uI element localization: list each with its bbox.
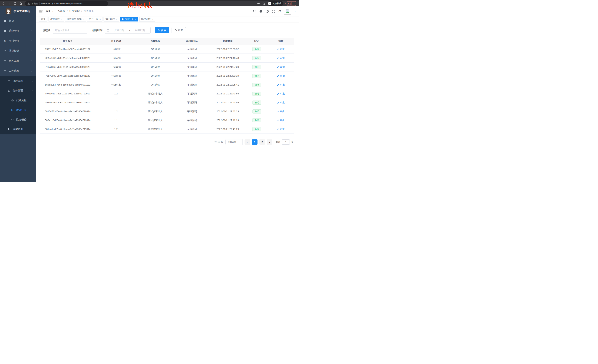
tab-my-process[interactable]: 我的流程×	[104, 17, 119, 22]
sidebar-item-payment[interactable]: ¥ 支付管理	[0, 36, 36, 46]
prev-page-button[interactable]: ‹	[245, 139, 250, 145]
sidebar-item-label: 工作流程	[9, 69, 19, 73]
help-icon[interactable]	[266, 10, 269, 13]
close-icon[interactable]: ×	[135, 18, 136, 20]
sidebar-item-process-management[interactable]: 流程管理	[0, 76, 36, 86]
sidebar-item-system[interactable]: 系统管理	[0, 26, 36, 36]
approve-link[interactable]: 审批	[277, 119, 285, 122]
app-logo-row[interactable]: 芋道管理系统	[0, 6, 36, 16]
breadcrumb-home[interactable]: 首页	[46, 9, 51, 13]
font-size-icon[interactable]: тT	[278, 10, 281, 13]
sidebar-item-todo-tasks[interactable]: 待办任务	[0, 105, 36, 115]
close-icon[interactable]: ×	[61, 18, 62, 20]
breadcrumb-workflow[interactable]: 工作流程	[55, 9, 65, 13]
sidebar: 芋道管理系统 首页 系统管理 ¥ 支付管理 基础设施 研发工具 工作	[0, 6, 36, 182]
tab-start-process[interactable]: 发起流程×	[49, 17, 64, 22]
approve-link[interactable]: 审批	[277, 83, 285, 87]
security-label[interactable]: 不安全	[32, 2, 38, 5]
sidebar-item-task-management[interactable]: 任务管理	[0, 86, 36, 96]
hamburger-icon[interactable]	[39, 9, 43, 13]
page-button-2[interactable]: 2	[259, 139, 265, 145]
chevron-down-icon	[31, 40, 33, 42]
table-row: 8f059c03-7ac8-11ec-a9e2-a2380e71991a1.1测…	[40, 98, 294, 107]
search-icon[interactable]	[253, 10, 256, 13]
process-name-input[interactable]	[53, 27, 87, 33]
close-icon[interactable]: ×	[152, 18, 153, 20]
sidebar-item-home[interactable]: 首页	[0, 16, 36, 26]
page-size-select[interactable]: 10条/页	[225, 139, 243, 145]
starter-cell: 芋道源码	[174, 92, 210, 95]
url-path[interactable]: /bpm/task/todo	[68, 2, 83, 5]
close-icon[interactable]: ×	[83, 18, 84, 20]
status-cell: 激活	[245, 92, 268, 96]
back-icon[interactable]	[2, 2, 5, 5]
reset-button-label: 重置	[178, 29, 183, 32]
next-page-button[interactable]: ›	[267, 139, 272, 145]
chevron-up-icon	[31, 70, 33, 72]
status-cell: 激活	[245, 65, 268, 69]
column-header: 状态	[245, 40, 268, 43]
sidebar-item-infra[interactable]: 基础设施	[0, 46, 36, 56]
main-content: 流程名 创建时间 开始日期 - 结束日期 搜索 重置 任务编号 任务名称	[36, 22, 299, 182]
reset-button[interactable]: 重置	[172, 27, 186, 33]
task-id-cell: 381aa1dd-7ac8-11ec-a9e2-a2380e71991a	[40, 128, 96, 130]
tab-process-detail[interactable]: 流程详情×	[139, 17, 155, 22]
approve-link[interactable]: 审批	[277, 57, 285, 60]
home-icon[interactable]	[19, 2, 22, 5]
sidebar-item-label: 支付管理	[9, 39, 19, 43]
table-row: 58154733-7ac8-11ec-a9e2-a2380e71991a1.2测…	[40, 107, 294, 116]
approve-link[interactable]: 审批	[277, 48, 285, 51]
task-id-cell: 8f059c03-7ac8-11ec-a9e2-a2380e71991a	[40, 101, 96, 104]
warning-icon[interactable]	[27, 2, 30, 5]
sidebar-item-devtools[interactable]: 研发工具	[0, 56, 36, 66]
caret-down-icon[interactable]: ▼	[294, 10, 296, 12]
breadcrumb-task-management[interactable]: 任务管理	[69, 9, 80, 13]
approve-link[interactable]: 审批	[277, 110, 285, 113]
key-icon[interactable]	[257, 2, 260, 5]
avatar[interactable]	[284, 8, 291, 15]
goto-label: 前往	[276, 140, 281, 144]
tab-todo-tasks[interactable]: 待办任务×	[120, 17, 138, 22]
action-cell: 审批	[268, 48, 294, 51]
page-button-1[interactable]: 1	[252, 139, 257, 145]
monitor-icon	[3, 49, 7, 52]
sidebar-item-done-tasks[interactable]: 已办任务	[0, 115, 36, 124]
action-cell: 审批	[268, 119, 294, 122]
date-range-picker[interactable]: 开始日期 - 结束日期	[105, 27, 151, 33]
column-header: 操作	[268, 40, 294, 43]
fullscreen-icon[interactable]	[272, 10, 275, 13]
approve-link[interactable]: 审批	[277, 101, 285, 104]
url-bar[interactable]: 不安全 dashboard.yudao.iocoder.cn/bpm/task/…	[25, 1, 108, 6]
active-dot	[122, 18, 124, 20]
reload-icon[interactable]	[13, 2, 17, 5]
close-icon[interactable]: ×	[100, 18, 100, 20]
browser-menu-icon[interactable]: ⋮	[293, 2, 295, 5]
sidebar-item-workflow[interactable]: 工作流程	[0, 66, 36, 76]
approve-link[interactable]: 审批	[277, 65, 285, 69]
status-badge: 激活	[252, 65, 261, 69]
task-id-cell: 725a1eb6-7b88-11ec-8ef0-acde48001122	[40, 65, 96, 68]
goto-page-input[interactable]	[282, 139, 290, 145]
starter-cell: 芋道源码	[174, 128, 210, 131]
forward-icon[interactable]	[8, 2, 11, 5]
star-icon[interactable]	[262, 2, 265, 5]
github-icon[interactable]	[259, 10, 263, 13]
status-cell: 激活	[245, 118, 268, 122]
approve-link[interactable]: 审批	[277, 74, 285, 78]
close-icon[interactable]: ×	[116, 18, 117, 20]
breadcrumb-current: 待办任务	[84, 9, 94, 13]
task-name-cell: 一级审批	[96, 48, 136, 51]
tab-form-edit[interactable]: 流程表单-编辑×	[65, 17, 86, 22]
approve-link[interactable]: 审批	[277, 128, 285, 131]
starter-cell: 芋道源码	[174, 101, 210, 104]
robot-icon	[11, 99, 14, 102]
tab-done-tasks[interactable]: 已办任务×	[87, 17, 102, 22]
approve-link[interactable]: 审批	[277, 92, 285, 95]
search-button[interactable]: 搜索	[155, 27, 169, 33]
sidebar-item-leave-query[interactable]: 请假查询	[0, 124, 36, 134]
update-button[interactable]: 更新 ⋮	[285, 1, 297, 6]
url-host[interactable]: dashboard.yudao.iocoder.cn	[41, 2, 69, 5]
sidebar-item-my-process[interactable]: 我的流程	[0, 96, 36, 105]
tab-home[interactable]: 首页	[39, 17, 47, 22]
task-name-cell: 1.2	[96, 128, 136, 130]
